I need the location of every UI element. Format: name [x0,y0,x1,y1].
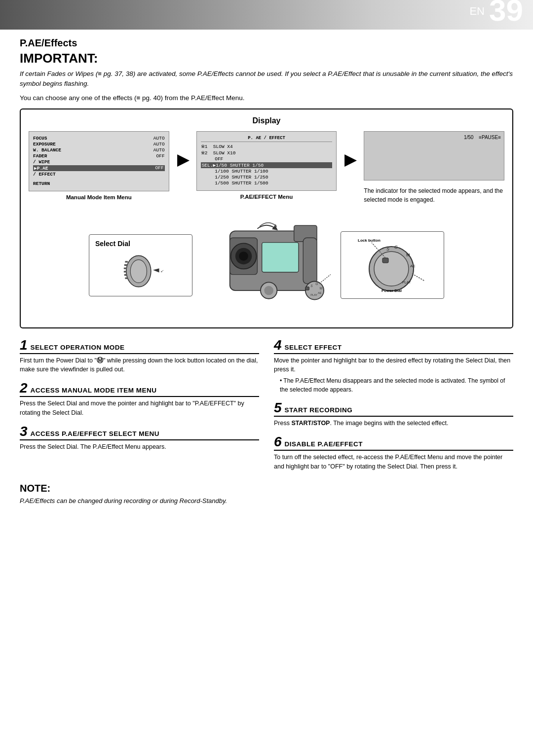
svg-rect-36 [382,258,388,263]
header-bar: EN 39 [0,0,533,30]
step-4: 4 SELECT EFFECT Move the pointer and hig… [274,338,513,395]
step-2-header: 2 ACCESS MANUAL MODE ITEM MENU [20,381,259,397]
step-3-header: 3 ACCESS P.AE/EFFECT SELECT MENU [20,425,259,440]
manual-mode-screen: FOCUSAUTO EXPOSUREAUTO W. BALANCEAUTO FA… [29,131,169,191]
svg-point-1 [130,259,147,283]
camera-area: Select Dial ↙ [29,211,504,320]
step-1-number: 1 [20,338,28,352]
svg-rect-2 [125,261,128,262]
screens-row: FOCUSAUTO EXPOSUREAUTO W. BALANCEAUTO FA… [29,131,504,204]
step-6: 6 DISABLE P.AE/EFFECT To turn off the se… [274,435,513,471]
menu-line-return: RETURN [33,181,165,186]
pae-line-slow2: ※2 SLOW X10 [201,150,333,156]
pae-line-shutter-sel: SEL.▶1/50 SHUTTER 1/50 [201,162,333,168]
en-label: EN [469,5,485,18]
pause-screen: 1/50 ≡PAUSE≡ [364,131,504,180]
intro-text: You can choose any one of the effects (≡… [20,94,513,102]
pae-line-slow1: ※1 SLOW X4 [201,144,333,149]
pae-line-off: OFF [201,156,333,162]
menu-line-wipe: / WIPE [33,159,165,165]
svg-text:S: S [386,247,389,252]
svg-point-14 [239,252,248,261]
svg-text:Power Dial: Power Dial [381,288,402,293]
display-box: Display FOCUSAUTO EXPOSUREAUTO W. BALANC… [20,108,513,328]
menu-line-exposure: EXPOSUREAUTO [33,142,165,147]
steps-left-col: 1 SELECT OPERATION MODE First turn the P… [20,338,259,478]
select-dial-label: Select Dial [95,240,130,248]
step-5-title: START RECORDING [285,406,353,414]
svg-text:M: M [320,287,322,290]
svg-text:G: G [315,282,318,285]
pae-effect-screen: P. AE / EFFECT ※1 SLOW X4 ※2 SLOW X10 OF… [196,131,337,191]
menu-line-focus: FOCUSAUTO [33,136,165,141]
step-4-title: SELECT EFFECT [285,344,342,351]
arrow-icon-2: ▶ [344,151,356,168]
page-title: P.AE/Effects [20,37,513,49]
camera-body-svg: S G M AE PLAY [202,211,331,320]
step-1: 1 SELECT OPERATION MODE First turn the P… [20,338,259,375]
svg-point-19 [264,286,273,295]
pause-indicator: 1/50 ≡PAUSE≡ [464,135,501,140]
svg-text:PLAY: PLAY [402,281,411,284]
step-4-header: 4 SELECT EFFECT [274,338,513,354]
step-6-title: DISABLE P.AE/EFFECT [285,440,363,448]
svg-rect-5 [124,271,127,272]
power-dial-svg: S G M AE PLAY Lock button Power Dial [347,237,436,293]
pae-effect-screen-block: P. AE / EFFECT ※1 SLOW X4 ※2 SLOW X10 OF… [196,131,337,200]
step-5-number: 5 [274,401,282,415]
manual-mode-screen-block: FOCUSAUTO EXPOSUREAUTO W. BALANCEAUTO FA… [29,131,169,200]
steps-section: 1 SELECT OPERATION MODE First turn the P… [20,338,513,478]
menu-line-fader: FADEROFF [33,153,165,159]
arrow-1: ▶ [177,131,189,168]
step-3: 3 ACCESS P.AE/EFFECT SELECT MENU Press t… [20,425,259,452]
manual-mode-label: Manual Mode Item Menu [66,194,132,200]
page-number: 39 [489,0,523,26]
svg-text:AE: AE [410,264,416,268]
important-text: If certain Fades or Wipes (≡ pg. 37, 38)… [20,69,513,89]
step-5-text: Press START/STOP. The image begins with … [274,419,513,428]
select-dial-svg: ↙ [116,252,165,291]
svg-line-39 [412,274,425,281]
menu-line-effect: / EFFECT [33,172,165,177]
svg-text:↙: ↙ [160,268,164,273]
step-2-text: Press the Select Dial and move the point… [20,399,259,418]
pae-line-shutter100: 1/100 SHUTTER 1/100 [201,169,333,174]
step-2-number: 2 [20,381,28,395]
menu-line-wbalance: W. BALANCEAUTO [33,147,165,153]
svg-rect-7 [125,277,128,279]
svg-text:AE: AE [318,291,322,294]
step-3-text: Press the Select Dial. The P.AE/Effect M… [20,442,259,452]
step-3-title: ACCESS P.AE/EFFECT SELECT MENU [31,430,160,437]
pause-text: ≡PAUSE≡ [479,135,501,140]
note-text: P.AE/Effects can be changed during recor… [20,496,513,506]
step-4-text: Move the pointer and highlight bar to th… [274,356,513,375]
step-6-text: To turn off the selected effect, re-acce… [274,453,513,471]
step-3-number: 3 [20,425,28,438]
svg-rect-6 [124,274,127,275]
svg-text:M: M [406,252,410,257]
main-content: P.AE/Effects IMPORTANT: If certain Fades… [0,30,533,516]
menu-line-pae: ▶P.AEOFF [33,165,165,171]
pae-line-shutter250: 1/250 SHUTTER 1/250 [201,175,333,180]
svg-rect-3 [124,264,127,265]
svg-marker-8 [153,268,159,272]
step-6-header: 6 DISABLE P.AE/EFFECT [274,435,513,451]
pause-block: 1/50 ≡PAUSE≡ The indicator for the selec… [364,131,504,204]
display-title: Display [29,116,504,125]
arrow-icon-1: ▶ [177,151,189,168]
svg-rect-17 [303,238,317,284]
steps-right-col: 4 SELECT EFFECT Move the pointer and hig… [274,338,513,478]
svg-text:PLAY: PLAY [310,293,317,296]
step-1-title: SELECT OPERATION MODE [31,344,125,351]
note-heading: NOTE: [20,483,513,494]
lock-power-box: S G M AE PLAY Lock button Power Dial [341,231,444,299]
svg-point-20 [305,281,324,299]
svg-rect-4 [124,267,127,269]
step-1-header: 1 SELECT OPERATION MODE [20,338,259,354]
pae-effect-label: P.AE/EFFECT Menu [240,194,293,200]
select-dial-box: Select Dial ↙ [89,234,192,296]
svg-line-27 [319,274,331,284]
step-4-number: 4 [274,338,282,352]
svg-rect-26 [305,287,309,290]
svg-text:S: S [310,284,313,287]
